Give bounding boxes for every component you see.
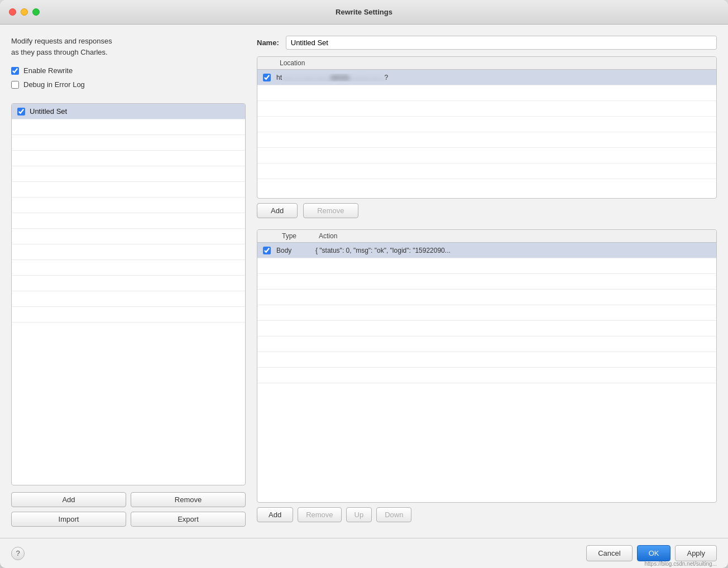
location-row-checkbox[interactable] — [263, 74, 271, 81]
empty-row — [257, 117, 716, 132]
empty-row — [257, 321, 716, 336]
rules-down-button[interactable]: Down — [376, 507, 411, 522]
location-add-button[interactable]: Add — [257, 203, 298, 218]
debug-error-label[interactable]: Debug in Error Log — [23, 80, 85, 89]
debug-error-checkbox[interactable] — [11, 81, 19, 89]
right-panel-inner: Name: Location ht...... ... ...... .....… — [257, 36, 717, 527]
set-item-checkbox[interactable] — [17, 108, 25, 115]
empty-row — [257, 163, 716, 179]
debug-error-row: Debug in Error Log — [11, 80, 246, 89]
help-button[interactable]: ? — [11, 547, 25, 560]
title-bar: Rewrite Settings — [0, 0, 728, 25]
list-item[interactable]: Untitled Set — [12, 104, 245, 119]
name-row: Name: — [257, 36, 717, 50]
empty-row — [257, 132, 716, 148]
action-header: Action — [313, 232, 716, 240]
empty-row — [12, 166, 245, 182]
empty-row — [12, 276, 245, 291]
type-header: Type — [257, 232, 313, 240]
location-remove-button[interactable]: Remove — [303, 203, 358, 218]
rules-table: Type Action Body { "status": 0, "msg": "… — [257, 229, 717, 503]
rules-section: Type Action Body { "status": 0, "msg": "… — [257, 229, 717, 527]
rules-action-buttons: Add Remove Up Down — [257, 507, 717, 522]
rules-table-header: Type Action — [257, 230, 716, 243]
location-table-body: ht...... ... ...... ....., .adoda, .....… — [257, 70, 716, 198]
empty-row — [12, 291, 245, 307]
rules-add-button[interactable]: Add — [257, 507, 293, 522]
location-row-url: ht...... ... ...... ....., .adoda, .....… — [276, 74, 388, 81]
close-button[interactable] — [9, 8, 16, 16]
bottom-bar: ? Cancel OK Apply https://blog.csdn.net/… — [0, 538, 728, 568]
empty-row — [12, 307, 245, 322]
name-input[interactable] — [286, 36, 717, 50]
ok-button[interactable]: OK — [637, 545, 671, 561]
table-row[interactable]: ht...... ... ...... ....., .adoda, .....… — [257, 70, 716, 85]
url-hint: https://blog.csdn.net/suiting... — [644, 561, 717, 567]
location-table: Location ht...... ... ...... ....., .ado… — [257, 56, 717, 199]
window-title: Rewrite Settings — [336, 8, 392, 16]
right-panel: Name: Location ht...... ... ...... .....… — [257, 36, 717, 527]
main-window: Rewrite Settings Modify requests and res… — [0, 0, 728, 568]
empty-row — [12, 135, 245, 151]
empty-row — [257, 305, 716, 321]
traffic-lights — [9, 8, 40, 16]
rules-table-body: Body { "status": 0, "msg": "ok", "logid"… — [257, 243, 716, 383]
left-panel: Modify requests and responses as they pa… — [11, 36, 246, 527]
empty-row — [257, 148, 716, 163]
minimize-button[interactable] — [21, 8, 28, 16]
table-row[interactable]: Body { "status": 0, "msg": "ok", "logid"… — [257, 243, 716, 258]
enable-rewrite-checkbox[interactable] — [11, 67, 19, 75]
set-item-label: Untitled Set — [30, 107, 67, 115]
empty-row — [257, 85, 716, 101]
empty-row — [12, 322, 245, 338]
maximize-button[interactable] — [32, 8, 40, 16]
empty-row — [12, 119, 245, 135]
sets-list[interactable]: Untitled Set — [11, 103, 246, 485]
location-table-header: Location — [257, 57, 716, 70]
name-label: Name: — [257, 38, 279, 47]
empty-row — [12, 229, 245, 244]
empty-row — [257, 274, 716, 290]
empty-row — [12, 244, 245, 260]
empty-row — [257, 258, 716, 274]
sets-remove-button[interactable]: Remove — [131, 492, 246, 507]
location-url-blurred: ...... ... ...... ....., .adoda, .......… — [282, 74, 384, 81]
apply-button[interactable]: Apply — [675, 545, 717, 561]
location-header-cell: Location — [263, 59, 305, 67]
rules-remove-button[interactable]: Remove — [298, 507, 341, 522]
left-panel-buttons: Add Remove Import Export — [11, 492, 246, 527]
rule-type: Body — [276, 247, 315, 254]
empty-row — [257, 101, 716, 117]
rules-up-button[interactable]: Up — [346, 507, 372, 522]
description: Modify requests and responses as they pa… — [11, 36, 246, 57]
empty-row — [12, 151, 245, 166]
empty-row — [257, 368, 716, 383]
enable-rewrite-label[interactable]: Enable Rewrite — [23, 66, 73, 75]
cancel-button[interactable]: Cancel — [586, 545, 632, 561]
empty-row — [12, 260, 245, 276]
empty-row — [12, 182, 245, 198]
empty-row — [257, 352, 716, 368]
empty-row — [257, 290, 716, 305]
sets-import-button[interactable]: Import — [11, 512, 126, 527]
empty-row — [12, 198, 245, 213]
rule-action: { "status": 0, "msg": "ok", "logid": "15… — [315, 247, 711, 254]
sets-export-button[interactable]: Export — [131, 512, 246, 527]
empty-row — [12, 213, 245, 229]
rule-checkbox[interactable] — [263, 247, 271, 254]
enable-rewrite-row: Enable Rewrite — [11, 66, 246, 75]
empty-row — [257, 336, 716, 352]
sets-add-button[interactable]: Add — [11, 492, 126, 507]
main-content: Modify requests and responses as they pa… — [0, 25, 728, 538]
location-buttons: Add Remove — [257, 203, 717, 218]
